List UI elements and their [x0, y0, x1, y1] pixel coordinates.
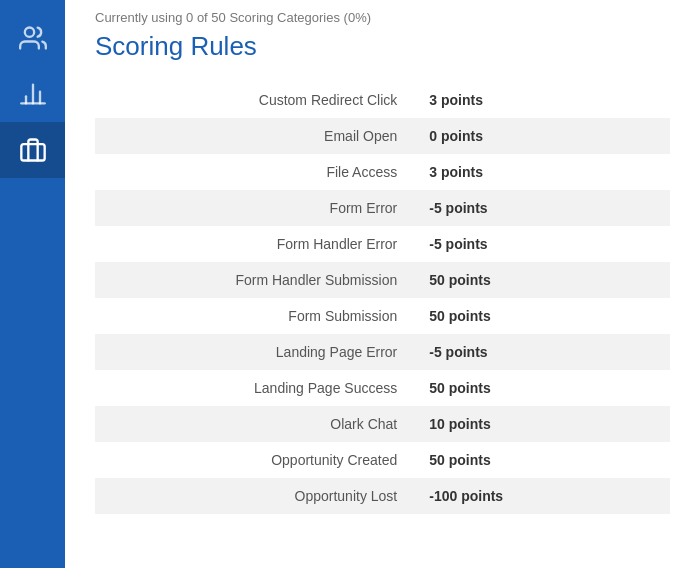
table-row: Custom Redirect Click3 points [95, 82, 670, 118]
table-row: Opportunity Created50 points [95, 442, 670, 478]
briefcase-icon [19, 136, 47, 164]
rule-label: Custom Redirect Click [95, 82, 411, 118]
table-row: File Access3 points [95, 154, 670, 190]
rule-value: 10 points [411, 406, 670, 442]
rule-label: Olark Chat [95, 406, 411, 442]
rule-value: -100 points [411, 478, 670, 514]
rule-label: Form Handler Submission [95, 262, 411, 298]
table-row: Opportunity Lost-100 points [95, 478, 670, 514]
page-title: Scoring Rules [95, 31, 670, 62]
table-row: Form Handler Error-5 points [95, 226, 670, 262]
rule-label: Form Error [95, 190, 411, 226]
sidebar-item-analytics[interactable] [0, 66, 65, 122]
rule-label: Landing Page Success [95, 370, 411, 406]
rule-label: Opportunity Created [95, 442, 411, 478]
rule-label: Opportunity Lost [95, 478, 411, 514]
rule-value: 50 points [411, 370, 670, 406]
rule-value: 3 points [411, 82, 670, 118]
rule-value: 3 points [411, 154, 670, 190]
table-row: Landing Page Success50 points [95, 370, 670, 406]
scoring-rules-table: Custom Redirect Click3 pointsEmail Open0… [95, 82, 670, 514]
users-icon [19, 24, 47, 52]
svg-point-0 [24, 28, 33, 37]
rule-value: 50 points [411, 298, 670, 334]
rule-value: 0 points [411, 118, 670, 154]
table-row: Olark Chat10 points [95, 406, 670, 442]
sidebar [0, 0, 65, 568]
bar-chart-icon [19, 80, 47, 108]
table-row: Landing Page Error-5 points [95, 334, 670, 370]
sidebar-item-briefcase[interactable] [0, 122, 65, 178]
rule-label: Landing Page Error [95, 334, 411, 370]
table-row: Email Open0 points [95, 118, 670, 154]
rule-value: 50 points [411, 442, 670, 478]
rule-label: File Access [95, 154, 411, 190]
top-notice: Currently using 0 of 50 Scoring Categori… [95, 0, 670, 31]
rule-label: Email Open [95, 118, 411, 154]
sidebar-item-users[interactable] [0, 10, 65, 66]
rule-label: Form Submission [95, 298, 411, 334]
rule-value: -5 points [411, 226, 670, 262]
rule-value: -5 points [411, 334, 670, 370]
table-row: Form Handler Submission50 points [95, 262, 670, 298]
main-content: Currently using 0 of 50 Scoring Categori… [65, 0, 700, 568]
rule-label: Form Handler Error [95, 226, 411, 262]
table-row: Form Error-5 points [95, 190, 670, 226]
rule-value: -5 points [411, 190, 670, 226]
table-row: Form Submission50 points [95, 298, 670, 334]
svg-rect-5 [21, 144, 44, 160]
rule-value: 50 points [411, 262, 670, 298]
